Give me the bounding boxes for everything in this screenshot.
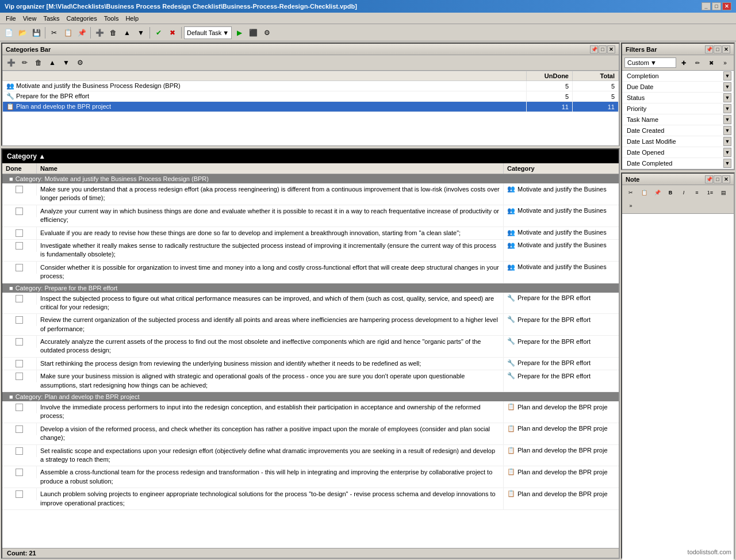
checklist-scroll[interactable]: ■ Category: Motivate and justify the Bus… [2,174,619,548]
filter-edit-btn[interactable]: ✏ [691,56,704,69]
cat-up-btn[interactable]: ▲ [46,56,59,69]
filter-add-btn[interactable]: ✚ [677,56,690,69]
categories-bar-title: Categories Bar [6,46,51,53]
filter-dropdown-btn[interactable]: ▼ [723,93,731,102]
task-checkbox[interactable] [16,264,23,271]
menu-view[interactable]: View [20,14,40,23]
close-panel-btn[interactable]: ✕ [607,45,615,53]
note-content[interactable] [622,214,734,560]
copy-btn[interactable]: 📋 [62,26,74,39]
group-name: Category: Motivate and justify the Busin… [16,175,209,182]
pin-btn[interactable]: 📌 [590,45,598,53]
cat-add-btn[interactable]: ➕ [5,56,17,69]
note-pin-btn[interactable]: 📌 [705,175,713,183]
cat-edit-btn[interactable]: ✏ [18,56,31,69]
close-btn[interactable]: ✕ [722,2,731,10]
task-checkbox[interactable] [16,295,23,302]
filter-dropdown-btn[interactable]: ▼ [723,137,731,146]
note-ol-btn[interactable]: 1≡ [704,186,716,199]
task-checkbox[interactable] [16,186,23,193]
expand-btn[interactable]: □ [599,45,607,53]
task-checkbox[interactable] [16,490,23,498]
task-checkbox[interactable] [16,373,23,380]
task-checkbox[interactable] [16,425,23,433]
note-copy-btn[interactable]: 📋 [638,186,650,199]
task-checkbox[interactable] [16,360,23,367]
maximize-btn[interactable]: □ [712,2,721,10]
menu-categories[interactable]: Categories [63,14,101,23]
minimize-btn[interactable]: _ [702,2,711,10]
save-btn[interactable]: 💾 [30,26,43,39]
filter-dropdown-btn[interactable]: ▼ [723,159,731,168]
task-checkbox[interactable] [16,447,23,455]
menu-file[interactable]: File [2,14,20,23]
task-checkbox[interactable] [16,338,23,346]
filter-delete-btn[interactable]: ✖ [705,56,718,69]
checklist-header[interactable]: Category ▲ [2,149,619,163]
open-btn[interactable]: 📂 [16,26,29,39]
filter-dropdown-btn[interactable]: ▼ [723,126,731,135]
uncheck-btn[interactable]: ✖ [166,26,179,39]
move-up-btn[interactable]: ▲ [121,26,133,39]
note-bold-btn[interactable]: B [664,186,677,199]
cut-btn[interactable]: ✂ [48,26,60,39]
custom-dropdown[interactable]: Custom ▼ [624,57,676,68]
filter-dropdown-btn[interactable]: ▼ [723,82,731,91]
note-cut-btn[interactable]: ✂ [624,186,637,199]
menu-help[interactable]: Help [122,14,142,23]
filter-close-btn[interactable]: ✕ [722,45,730,53]
task-category-cell: 👥 Motivate and justify the Busines [504,262,619,273]
move-down-btn[interactable]: ▼ [135,26,147,39]
task-cat-name: Motivate and justify the Busines [518,207,607,214]
category-row[interactable]: 🔧 Prepare for the BPR effort 5 5 [3,91,619,102]
filter-row: Priority ▼ [622,103,734,114]
filter-expand-btn[interactable]: □ [714,45,722,53]
task-checkbox[interactable] [16,208,23,215]
filter-pin-btn[interactable]: 📌 [705,45,713,53]
note-ul-btn[interactable]: ≡ [691,186,703,199]
task-checkbox[interactable] [16,316,23,324]
cat-down-btn[interactable]: ▼ [60,56,72,69]
task-checkbox[interactable] [16,242,23,250]
note-align-btn[interactable]: ▤ [717,186,730,199]
task-row: Inspect the subjected process to figure … [2,293,619,314]
cat-settings-btn[interactable]: ⚙ [74,56,86,69]
task-checkbox[interactable] [16,469,23,476]
run-btn[interactable]: ▶ [233,26,246,39]
note-more-btn[interactable]: » [624,200,637,212]
new-btn[interactable]: 📄 [2,26,15,39]
check-btn[interactable]: ✔ [152,26,165,39]
paste-btn[interactable]: 📌 [75,26,88,39]
note-italic-btn[interactable]: I [677,186,690,199]
task-category-cell: 🔧 Prepare for the BPR effort [504,370,619,381]
add-task-btn[interactable]: ➕ [93,26,106,39]
task-done-cell [2,445,37,457]
note-paste-btn[interactable]: 📌 [651,186,664,199]
settings-btn[interactable]: ⚙ [260,26,273,39]
cat-icon: 👥 [6,82,14,89]
filter-dropdown-btn[interactable]: ▼ [723,71,731,80]
group-header[interactable]: ■ Category: Prepare for the BPR effort [2,283,619,293]
cat-delete-btn[interactable]: 🗑 [32,56,45,69]
filter-dropdown-btn[interactable]: ▼ [723,115,731,124]
category-row[interactable]: 📋 Plan and develop the BPR project 11 11 [3,102,619,112]
menu-tools[interactable]: Tools [101,14,122,23]
task-cat-icon: 👥 [507,241,515,249]
filter-dropdown-btn[interactable]: ▼ [723,148,731,157]
col-name-header[interactable]: Name [37,163,504,174]
col-category-header[interactable]: Category [504,163,619,174]
stop-btn[interactable]: ⬛ [247,26,259,39]
group-header[interactable]: ■ Category: Plan and develop the BPR pro… [2,392,619,401]
delete-btn[interactable]: 🗑 [107,26,120,39]
note-close-btn[interactable]: ✕ [722,175,730,183]
filter-dropdown-btn[interactable]: ▼ [723,104,731,113]
menu-tasks[interactable]: Tasks [40,14,63,23]
task-checkbox[interactable] [16,404,23,411]
task-type-dropdown[interactable]: Default Task ▼ [184,26,232,39]
category-row[interactable]: 👥 Motivate and justify the Business Proc… [3,81,619,91]
note-expand-btn[interactable]: □ [714,175,722,183]
task-checkbox[interactable] [16,229,23,237]
task-done-cell [2,227,37,239]
group-header[interactable]: ■ Category: Motivate and justify the Bus… [2,174,619,183]
filter-more-btn[interactable]: » [719,56,731,69]
